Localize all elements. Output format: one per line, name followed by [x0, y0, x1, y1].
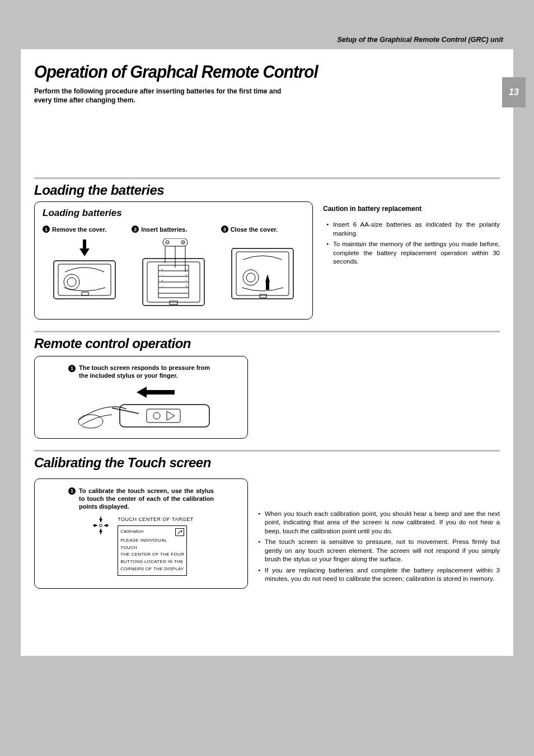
caution-heading: Caution in battery replacement [323, 205, 500, 213]
step-label: Close the cover. [231, 226, 278, 233]
header-bar: Setup of the Graphical Remote Control (G… [21, 30, 513, 49]
section-loading-batteries: Loading the batteries Loading batteries … [34, 177, 500, 320]
svg-text:+: + [161, 279, 163, 282]
svg-point-34 [246, 273, 255, 282]
section-rule [34, 177, 500, 179]
svg-text:−: − [161, 273, 163, 276]
step-number-icon: 1 [68, 487, 76, 495]
step-label: Insert batteries. [141, 226, 187, 233]
svg-text:−: − [166, 241, 168, 245]
screen-line: THE CENTER OF THE FOUR [120, 551, 184, 558]
column-left: 1 To calibrate the touch screen, use the… [34, 474, 248, 589]
step-number-icon: 1 [43, 226, 50, 233]
list-item: Insert 6 AA-size batteries as indicated … [326, 220, 500, 238]
svg-rect-39 [120, 405, 209, 427]
svg-point-51 [100, 524, 102, 527]
svg-rect-1 [54, 261, 115, 299]
svg-text:−: − [185, 279, 188, 282]
page-title: Operation of Graphcal Remote Control [34, 62, 475, 82]
svg-point-33 [243, 270, 259, 285]
remote-operation-panel: 1 The touch screen responds to pressure … [34, 356, 248, 439]
svg-text:−: − [161, 284, 163, 288]
step-number-icon: 3 [221, 226, 228, 233]
panel-caption: The touch screen responds to pressure fr… [79, 364, 214, 380]
svg-text:+: + [182, 241, 184, 245]
list-item: The touch screen is sensitive to pressur… [258, 538, 500, 564]
remove-cover-illustration [48, 238, 121, 304]
section-heading: Calibrating the Touch screen [34, 455, 500, 471]
header-tagline: Setup of the Graphical Remote Control (G… [337, 36, 503, 44]
loading-batteries-panel: Loading batteries 1 Remove the cover. [34, 201, 313, 320]
column-left: Loading batteries 1 Remove the cover. [34, 201, 313, 320]
target-label: TOUCH CENTER OF TARGET [118, 516, 194, 522]
svg-marker-46 [99, 529, 102, 532]
list-item: If you are replacing batteries and compl… [258, 566, 500, 584]
two-column-layout: 1 To calibrate the touch screen, use the… [34, 474, 500, 589]
calibration-notes: When you touch each calibration point, y… [258, 510, 500, 584]
column-right: Caution in battery replacement Insert 6 … [323, 201, 500, 320]
touch-screen-illustration [68, 386, 214, 430]
svg-rect-5 [82, 292, 88, 295]
close-cover-illustration [226, 238, 299, 304]
insert-batteries-illustration: − + [137, 238, 210, 311]
page-number-tab: 13 [502, 77, 526, 107]
section-rule [34, 331, 500, 332]
svg-marker-0 [79, 240, 90, 256]
top-bar [21, 24, 513, 30]
step-label: Remove the cover. [52, 226, 106, 233]
screen-line: Calibration [120, 528, 144, 536]
panel-caption: To calibrate the touch screen, use the s… [79, 487, 214, 511]
svg-point-42 [78, 415, 103, 428]
step-number-icon: 1 [68, 365, 76, 372]
screen-line: BUTTONS LOCATED IN THE [120, 558, 184, 566]
svg-marker-50 [104, 524, 107, 527]
section-heading: Loading the batteries [34, 182, 500, 198]
svg-marker-44 [99, 519, 102, 522]
intro-text: Perform the following procedure after in… [34, 87, 297, 105]
svg-text:−: − [185, 267, 188, 271]
step-3: 3 Close the cover. [221, 226, 305, 311]
section-heading: Remote control operation [34, 336, 500, 351]
step-number-icon: 2 [132, 226, 139, 233]
svg-rect-36 [266, 280, 269, 290]
section-rule [34, 450, 500, 452]
list-item: When you touch each calibration point, y… [258, 510, 500, 536]
screen-line: PLEASE INDIVIDUAL TOUCH [120, 537, 184, 552]
screen-line: CORNERS OF THE DISPLAY [120, 566, 184, 573]
calibration-screen-group: TOUCH CENTER OF TARGET Calibration PLEAS… [88, 516, 194, 576]
svg-marker-48 [94, 524, 97, 527]
svg-text:+: + [161, 267, 163, 271]
two-column-layout: Loading batteries 1 Remove the cover. [34, 201, 500, 320]
svg-rect-30 [170, 301, 177, 304]
step-1: 1 Remove the cover. [43, 226, 126, 311]
section-remote-operation: Remote control operation 1 The touch scr… [34, 331, 500, 439]
list-item: To maintain the memory of the settings y… [326, 240, 500, 266]
svg-marker-38 [137, 387, 175, 398]
svg-point-3 [64, 274, 79, 290]
target-icon [88, 516, 113, 536]
pencil-icon [175, 528, 184, 536]
svg-text:+: + [185, 273, 188, 276]
section-calibrating: Calibrating the Touch screen 1 To calibr… [34, 450, 500, 589]
svg-rect-37 [260, 294, 266, 298]
step-2: 2 Insert batteries. − + [132, 226, 215, 311]
steps-row: 1 Remove the cover. [43, 226, 305, 311]
page: Setup of the Graphical Remote Control (G… [21, 24, 513, 656]
calibration-screen: Calibration PLEASE INDIVIDUAL TOUCH THE … [118, 525, 187, 576]
column-right: When you touch each calibration point, y… [258, 474, 500, 589]
svg-point-4 [67, 278, 76, 287]
sub-heading: Loading batteries [43, 208, 305, 219]
caution-list: Insert 6 AA-size batteries as indicated … [326, 220, 500, 266]
page-number: 13 [509, 87, 519, 97]
svg-text:+: + [185, 284, 188, 288]
calibration-panel: 1 To calibrate the touch screen, use the… [34, 478, 248, 589]
